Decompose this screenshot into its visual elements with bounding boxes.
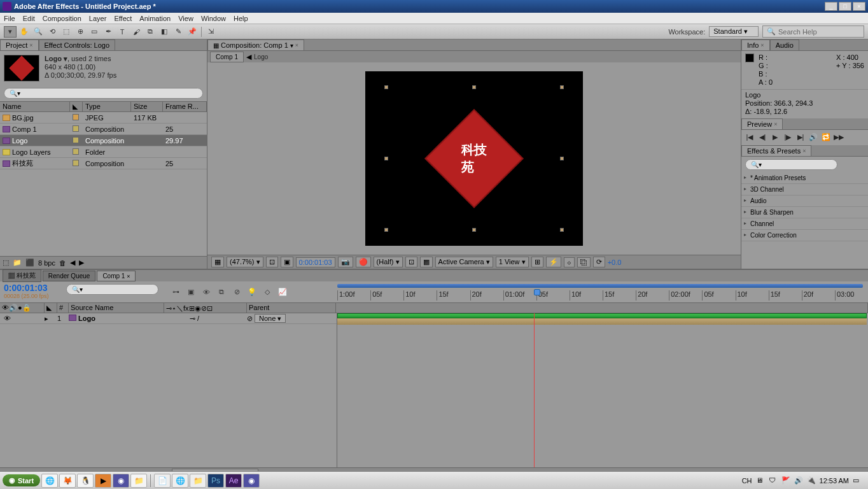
camera-tool[interactable]: ⬚ (60, 26, 73, 38)
taskbar-firefox-icon[interactable]: 🦊 (59, 474, 76, 488)
fast-preview-icon[interactable]: ⚡ (546, 257, 561, 267)
project-row[interactable]: Comp 1Composition25 (0, 124, 207, 135)
tray-show-desktop-icon[interactable]: ▭ (853, 476, 862, 485)
parent-select[interactable]: None ▾ (255, 314, 286, 323)
timeline-tab[interactable]: Render Queue (43, 271, 96, 281)
first-frame-button[interactable]: |◀ (745, 132, 754, 141)
views-select[interactable]: 1 View ▾ (496, 257, 529, 267)
ram-preview-button[interactable]: ▶▶ (834, 132, 843, 141)
tray-shield-icon[interactable]: 🛡 (769, 476, 778, 485)
auto-keyframe-icon[interactable]: ◇ (261, 287, 274, 298)
project-row[interactable]: 科技苑Composition25 (0, 158, 207, 169)
effects-category[interactable]: Channel (741, 218, 868, 230)
loop-button[interactable]: 🔁 (822, 132, 830, 141)
tray-clock[interactable]: 12:53 AM (820, 477, 849, 485)
draft-3d-icon[interactable]: ▣ (185, 287, 197, 298)
timeline-ruler[interactable]: 1:00f05f10f15f20f01:00f05f10f15f20f02:00… (337, 281, 868, 302)
timeline-track-area[interactable] (337, 313, 868, 467)
graph-editor-icon[interactable]: 📈 (276, 287, 289, 298)
effects-category[interactable]: Audio (741, 195, 868, 207)
eraser-tool[interactable]: ◧ (158, 26, 171, 38)
reset-exposure-icon[interactable]: ⟳ (593, 257, 605, 267)
exposure-value[interactable]: +0.0 (608, 259, 622, 266)
motion-blur-icon[interactable]: ⊘ (230, 287, 243, 298)
prev-frame-button[interactable]: ◀| (758, 132, 767, 141)
pixel-aspect-icon[interactable]: ⊞ (531, 257, 543, 267)
timeline-current-time[interactable]: 0:00:01:03 (4, 283, 60, 293)
minimize-button[interactable]: _ (825, 2, 837, 11)
playhead-line[interactable] (534, 313, 535, 467)
tray-network-icon[interactable]: 🔌 (807, 476, 816, 485)
taskbar-qq-icon[interactable]: 🐧 (77, 474, 94, 488)
timeline-search-input[interactable] (66, 284, 158, 295)
comp-mini-flowchart-icon[interactable]: ⊶ (169, 287, 182, 298)
safe-zones-icon[interactable]: ⊡ (266, 257, 278, 267)
timeline-icon[interactable]: ⟐ (564, 257, 575, 267)
bpc-button[interactable]: 8 bpc (38, 259, 55, 267)
project-row[interactable]: Logo LayersFolder (0, 146, 207, 158)
menu-effect[interactable]: Effect (114, 15, 132, 22)
logo-layer[interactable]: 科技苑 (424, 109, 524, 208)
taskbar-photoshop-icon[interactable]: Ps (207, 474, 224, 488)
pen-tool[interactable]: ✒ (102, 26, 115, 38)
effects-category[interactable]: Color Correction (741, 230, 868, 241)
timeline-tab[interactable]: Comp 1 × (97, 271, 136, 281)
menu-help[interactable]: Help (234, 15, 248, 22)
hide-shy-icon[interactable]: 👁 (200, 287, 213, 298)
mute-button[interactable]: 🔊 (809, 132, 818, 141)
grid-icon[interactable]: ▦ (211, 257, 224, 267)
folder-icon[interactable]: 📁 (13, 259, 22, 267)
menu-composition[interactable]: Composition (43, 15, 81, 22)
taskbar-chrome2-icon[interactable]: 🌐 (172, 474, 188, 488)
pan-behind-tool[interactable]: ⊕ (74, 26, 87, 38)
mask-tool[interactable]: ▭ (88, 26, 101, 38)
roi-icon[interactable]: ⊡ (405, 257, 417, 267)
interpret-icon[interactable]: ⬚ (3, 259, 9, 267)
next-icon[interactable]: ▶ (79, 259, 84, 267)
composition-tab[interactable]: ▦ Composition: Comp 1 ▾ × (207, 39, 304, 50)
tray-display-icon[interactable]: 🖥 (756, 476, 765, 485)
project-row[interactable]: BG.jpgJPEG117 KB (0, 112, 207, 124)
close-button[interactable]: × (853, 2, 865, 11)
project-row[interactable]: LogoComposition29.97 (0, 135, 207, 146)
prev-icon[interactable]: ◀ (70, 259, 75, 267)
tray-lang[interactable]: CH (742, 477, 752, 485)
tray-volume-icon[interactable]: 🔊 (794, 476, 803, 485)
local-axis-icon[interactable]: ⇲ (204, 26, 217, 38)
search-help-input[interactable]: 🔍 Search Help (762, 25, 864, 38)
roto-tool[interactable]: ✎ (172, 26, 185, 38)
taskbar-chrome-icon[interactable]: 🌐 (41, 474, 58, 488)
timeline-layer-row[interactable]: 👁 ▸ 1 Logo ⊸ / ⊘ None ▾ (0, 313, 337, 324)
effects-category[interactable]: Blur & Sharpen (741, 207, 868, 218)
taskbar-recorder-icon[interactable]: ◉ (113, 474, 129, 488)
taskbar-explorer-icon[interactable]: 📁 (130, 474, 147, 488)
next-frame-button[interactable]: |▶ (783, 132, 792, 141)
timeline-tab[interactable]: ▦ 科技苑 (3, 269, 41, 282)
zoom-select[interactable]: (47.7%) ▾ (227, 257, 263, 267)
text-tool[interactable]: T (116, 26, 129, 38)
hand-tool[interactable]: ✋ (18, 26, 31, 38)
info-tab[interactable]: Info× (741, 39, 770, 50)
flowchart-icon[interactable]: ⿻ (577, 257, 591, 267)
selection-tool[interactable]: ▾ (4, 26, 17, 38)
effects-presets-tab[interactable]: Effects & Presets× (741, 145, 811, 156)
menu-edit[interactable]: Edit (23, 15, 35, 22)
trash-icon[interactable]: 🗑 (59, 259, 66, 267)
frame-blend-icon[interactable]: ⧉ (215, 287, 228, 298)
taskbar-aftereffects-icon[interactable]: Ae (225, 474, 242, 488)
menu-animation[interactable]: Animation (139, 15, 171, 22)
taskbar-media-icon[interactable]: ▶ (95, 474, 111, 488)
project-search-input[interactable] (4, 88, 203, 99)
resolution-select[interactable]: (Half) ▾ (374, 257, 403, 267)
maximize-button[interactable]: □ (839, 2, 851, 11)
brush-tool[interactable]: 🖌 (130, 26, 143, 38)
comp-icon[interactable]: ⬛ (25, 259, 34, 267)
workspace-select[interactable]: Standard ▾ (709, 26, 759, 37)
clone-tool[interactable]: ⧉ (144, 26, 157, 38)
transparency-icon[interactable]: ▩ (420, 257, 433, 267)
preview-tab[interactable]: Preview× (741, 118, 783, 129)
camera-select[interactable]: Active Camera ▾ (435, 257, 493, 267)
puppet-tool[interactable]: 📌 (186, 26, 199, 38)
menu-layer[interactable]: Layer (89, 15, 107, 22)
play-button[interactable]: ▶ (771, 132, 780, 141)
